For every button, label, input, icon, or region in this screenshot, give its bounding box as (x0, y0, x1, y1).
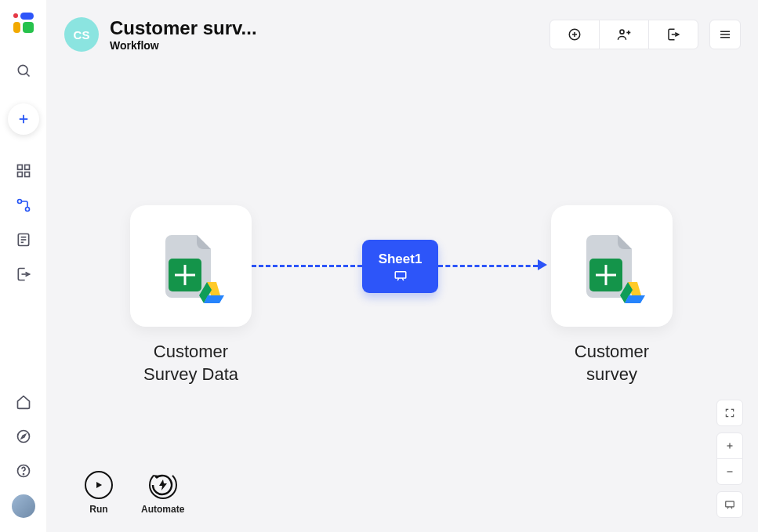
node-label: Customer Survey Data (130, 341, 252, 385)
zoom-out-button[interactable] (716, 458, 743, 485)
svg-rect-10 (17, 172, 22, 177)
arrowhead-icon (538, 259, 547, 270)
compass-icon[interactable] (8, 421, 39, 452)
google-sheets-icon (585, 235, 640, 298)
help-icon[interactable] (8, 455, 39, 487)
home-icon[interactable] (8, 386, 39, 418)
svg-rect-54 (726, 501, 734, 507)
run-button[interactable]: Run (85, 471, 113, 515)
google-sheets-icon (164, 235, 219, 298)
source-node[interactable]: Customer Survey Data (130, 205, 252, 385)
workflow-icon[interactable] (8, 190, 39, 221)
user-avatar[interactable] (12, 494, 35, 518)
svg-rect-2 (13, 22, 20, 33)
run-label: Run (89, 504, 107, 515)
svg-rect-8 (17, 165, 22, 170)
svg-point-13 (25, 208, 29, 212)
svg-marker-20 (21, 435, 25, 439)
connector-line (252, 265, 362, 267)
sidebar (0, 0, 47, 532)
automate-button[interactable]: Automate (141, 471, 184, 515)
svg-marker-49 (96, 482, 102, 488)
svg-point-0 (13, 13, 18, 18)
zoom-in-button[interactable] (716, 432, 743, 459)
svg-rect-3 (23, 22, 34, 33)
sheet-chip[interactable]: Sheet1 (362, 240, 438, 293)
svg-rect-9 (24, 165, 29, 170)
svg-rect-40 (395, 272, 406, 278)
svg-line-5 (26, 74, 29, 77)
add-button[interactable] (8, 103, 39, 135)
presentation-mode-button[interactable] (716, 491, 743, 518)
fullscreen-button[interactable] (716, 400, 743, 426)
svg-point-12 (17, 200, 21, 204)
sheet-chip-label: Sheet1 (379, 252, 423, 267)
export-icon[interactable] (8, 259, 39, 290)
svg-point-19 (17, 431, 29, 443)
search-icon[interactable] (8, 55, 39, 86)
app-logo[interactable] (12, 11, 35, 34)
grid-icon[interactable] (8, 155, 39, 186)
node-label: Customer survey (551, 341, 673, 385)
footer-actions: Run Automate (85, 471, 184, 515)
svg-rect-11 (24, 172, 29, 177)
svg-point-22 (23, 474, 24, 475)
main-canvas[interactable]: CS Customer surv... Workflow (47, 0, 758, 532)
destination-node[interactable]: Customer survey (551, 205, 673, 385)
document-icon[interactable] (8, 224, 39, 255)
connector-line (438, 265, 538, 267)
zoom-panel (716, 400, 743, 518)
svg-point-4 (18, 65, 27, 74)
automate-label: Automate (141, 504, 184, 515)
presentation-icon (394, 270, 408, 281)
svg-rect-1 (20, 13, 34, 20)
